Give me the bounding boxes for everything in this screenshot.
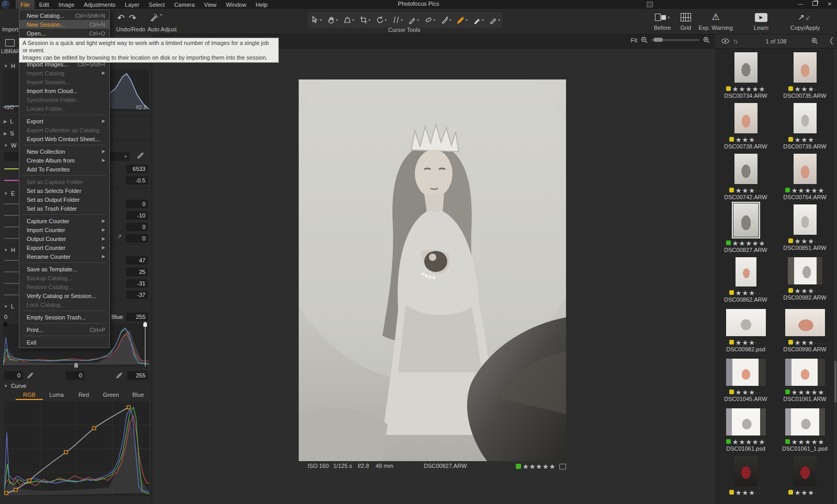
menu-item[interactable]: Open... Ctrl+O xyxy=(19,29,109,38)
color-tag[interactable] xyxy=(788,340,793,345)
menu-item[interactable]: Set as Capture Folder xyxy=(19,177,109,186)
crop-tool[interactable]: ▾ xyxy=(359,13,371,27)
curve-channel-tab[interactable]: Red xyxy=(70,392,97,400)
menu-item[interactable]: Exit xyxy=(19,338,109,347)
minimize-button[interactable]: — xyxy=(793,0,808,9)
curve-channel-tab[interactable]: Luma xyxy=(43,392,70,400)
thumbnail-cell[interactable]: ★★★★★ DSC00827.ARW xyxy=(716,204,775,254)
browser-scrollbar[interactable] xyxy=(834,49,836,504)
menubar-item[interactable]: View xyxy=(199,0,221,9)
shadow-eyedropper-icon[interactable] xyxy=(27,372,34,379)
thumbnail-image[interactable] xyxy=(794,456,817,486)
main-photo[interactable] xyxy=(299,79,566,461)
star-rating[interactable]: ★★★·· xyxy=(795,286,821,295)
menubar-item[interactable]: File xyxy=(16,0,35,9)
menu-item[interactable]: Print... Ctrl+P xyxy=(19,325,109,334)
star-rating[interactable]: ★★★★★ xyxy=(732,437,765,446)
before-after-button[interactable]: ▾ Before xyxy=(654,12,671,31)
zoom-in-icon[interactable] xyxy=(703,37,710,43)
select-cursor-tool[interactable]: ▾ xyxy=(310,13,322,27)
erase-mask-tool[interactable]: ▾ xyxy=(489,13,501,27)
thumbnail-image[interactable] xyxy=(734,456,757,486)
menu-item[interactable]: New Collection ▶ xyxy=(19,147,109,156)
menubar-item[interactable]: Select xyxy=(144,0,169,9)
clone-stamp-tool[interactable]: ▾ xyxy=(424,13,436,27)
close-button[interactable]: ✕ xyxy=(822,0,837,9)
menu-item[interactable]: Set as Selects Folder xyxy=(19,186,109,195)
color-tag[interactable] xyxy=(788,288,793,293)
browser-scrollbar-thumb[interactable] xyxy=(834,361,836,403)
wb-tint-value[interactable]: -0.5 xyxy=(126,176,148,185)
menu-item[interactable]: Locate Folder... xyxy=(19,104,109,113)
thumbnail-cell[interactable]: ★★★·· DSC00982.psd xyxy=(716,307,775,353)
menu-item[interactable]: Rename Counter ▶ xyxy=(19,252,109,261)
star-rating[interactable]: ★★★·· xyxy=(795,135,821,144)
color-tag[interactable] xyxy=(785,439,790,444)
thumbnail-image[interactable] xyxy=(736,257,756,287)
star-rating[interactable]: ★★★·· xyxy=(736,338,762,347)
color-tag[interactable] xyxy=(726,240,731,245)
thumbnail-cell[interactable]: ★★★★★ DSC00734.ARW xyxy=(716,52,775,100)
star-rating[interactable]: ★★★·· xyxy=(795,338,821,347)
exposure-value[interactable]: -10 xyxy=(126,211,148,220)
thumbnail-image[interactable] xyxy=(794,103,817,133)
star-rating[interactable]: ★★★★★ xyxy=(732,238,765,248)
exposure-value[interactable]: 0 xyxy=(126,223,148,231)
thumbnail-image[interactable] xyxy=(785,408,825,436)
menu-item[interactable]: Empty Session Trash... xyxy=(19,313,109,322)
color-tag[interactable] xyxy=(788,137,793,142)
hdr-value[interactable]: -37 xyxy=(126,291,148,299)
thumbnail-cell[interactable]: ★★★·· DSC00735.ARW xyxy=(775,52,834,100)
undo-icon[interactable]: ↶ xyxy=(117,13,125,24)
browser-zoom-icon[interactable] xyxy=(811,38,818,44)
thumbnail-image[interactable] xyxy=(734,52,757,83)
menu-item[interactable]: Export ▶ xyxy=(19,117,109,125)
menu-item[interactable]: Export Web Contact Sheet... xyxy=(19,134,109,143)
thumbnail-image[interactable] xyxy=(734,154,757,184)
thumbnail-cell[interactable]: ★★★★★ DSC01061.ARW xyxy=(775,357,834,403)
menu-item[interactable]: Capture Counter ▶ xyxy=(19,216,109,225)
exposure-warning-button[interactable]: ⚠ Exp. Warning xyxy=(698,12,733,31)
thumbnail-cell[interactable]: ★★★·· xyxy=(775,456,834,503)
thumbnail-cell[interactable]: ★★★·· DSC01045.ARW xyxy=(716,357,775,403)
rotate-tool[interactable]: ▾ xyxy=(375,13,387,27)
thumbnail-image[interactable] xyxy=(794,52,817,83)
restore-button[interactable] xyxy=(808,0,822,9)
thumbnail-image[interactable] xyxy=(734,103,757,133)
color-tag[interactable] xyxy=(729,188,734,192)
thumbnail-cell[interactable]: ★★★·· DSC00990.ARW xyxy=(775,307,834,353)
thumbnail-image[interactable] xyxy=(794,204,817,235)
levels-right-value[interactable]: 255 xyxy=(126,313,148,321)
grid-button[interactable]: Grid xyxy=(680,12,691,31)
section-curve[interactable]: ▼ Curve ↗↶≡⋯ xyxy=(0,380,152,391)
menu-item[interactable]: Export Counter ▶ xyxy=(19,243,109,252)
menu-item[interactable]: Import Counter ▶ xyxy=(19,225,109,234)
menu-item[interactable]: Create Album from ▶ xyxy=(19,156,109,165)
thumbnail-image[interactable] xyxy=(733,203,759,237)
menubar-item[interactable]: Edit xyxy=(35,0,54,9)
levels-highlight-value[interactable]: 255 xyxy=(127,371,148,380)
color-tag[interactable] xyxy=(785,188,790,192)
star-rating[interactable]: ★★★·· xyxy=(795,488,821,497)
color-tag[interactable] xyxy=(729,290,734,295)
color-tag-green[interactable] xyxy=(516,464,521,469)
hdr-value[interactable]: -31 xyxy=(126,279,148,288)
thumbnail-image[interactable] xyxy=(785,309,825,336)
highlight-eyedropper-icon[interactable] xyxy=(116,372,123,379)
copy-apply-button[interactable]: ↗↙ Copy/Apply xyxy=(790,12,820,31)
hdr-value[interactable]: 47 xyxy=(126,256,148,265)
zoom-out-icon[interactable] xyxy=(641,37,648,43)
pick-color-tool[interactable]: ▾ xyxy=(456,13,468,27)
color-tag[interactable] xyxy=(788,86,793,91)
zoom-slider[interactable] xyxy=(651,39,699,41)
thumbnail-cell[interactable]: ★★★·· DSC00982.ARW xyxy=(775,257,834,304)
exposure-value[interactable]: 0 xyxy=(126,200,148,208)
color-tag[interactable] xyxy=(788,490,793,495)
thumbnail-image[interactable] xyxy=(726,309,766,336)
curve-channel-tab[interactable]: Green xyxy=(97,392,125,400)
thumbnail-cell[interactable]: ★★★★★ DSC00754.ARW xyxy=(775,154,834,201)
browser-filter-icon[interactable] xyxy=(828,37,835,44)
thumbnail-cell[interactable]: ★★★·· DSC00742.ARW xyxy=(716,154,775,201)
menu-item[interactable]: Verify Catalog or Session... xyxy=(19,291,109,300)
color-tag[interactable] xyxy=(788,238,793,243)
